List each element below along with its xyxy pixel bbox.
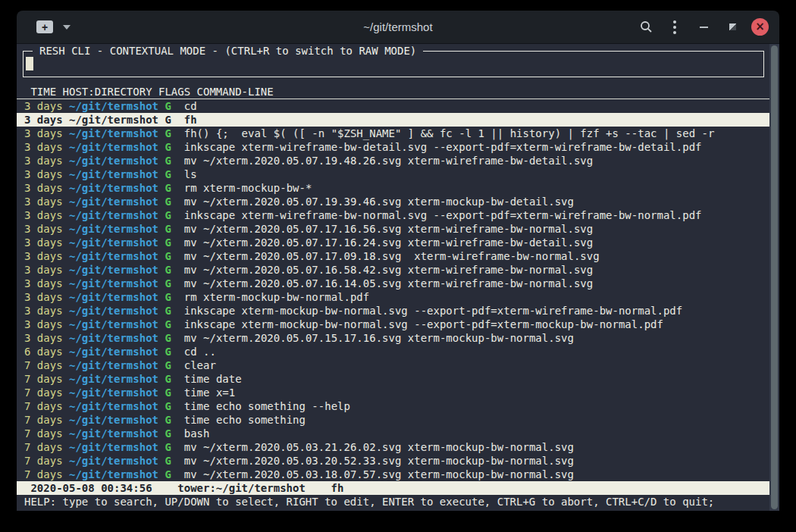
terminal-window: + ~/git/termshot bbox=[17, 11, 779, 511]
history-row[interactable]: 3 days ~/git/termshot G mv ~/xterm.2020.… bbox=[17, 154, 769, 167]
scrollbar[interactable] bbox=[769, 44, 779, 511]
history-row[interactable]: 7 days ~/git/termshot G bash bbox=[17, 427, 769, 440]
restore-icon bbox=[729, 23, 736, 30]
history-row[interactable]: 3 days ~/git/termshot G mv ~/xterm.2020.… bbox=[17, 277, 769, 290]
column-header: TIME HOST:DIRECTORY FLAGS COMMAND-LINE bbox=[17, 85, 769, 99]
kebab-menu-icon bbox=[673, 20, 676, 34]
minimize-button[interactable] bbox=[694, 17, 713, 37]
history-row[interactable]: 7 days ~/git/termshot G time date bbox=[17, 372, 769, 386]
history-row[interactable]: 3 days ~/git/termshot G inkscape xterm-m… bbox=[17, 304, 769, 318]
history-row[interactable]: 3 days ~/git/termshot G mv ~/xterm.2020.… bbox=[17, 195, 769, 208]
menu-button[interactable] bbox=[665, 17, 685, 37]
history-row[interactable]: 3 days ~/git/termshot G rm xterm-mockup-… bbox=[17, 290, 769, 304]
history-row[interactable]: 6 days ~/git/termshot G cd .. bbox=[17, 345, 769, 358]
history-row[interactable]: 3 days ~/git/termshot G mv ~/xterm.2020.… bbox=[17, 249, 769, 263]
new-tab-button[interactable]: + bbox=[36, 20, 53, 33]
history-row[interactable]: 3 days ~/git/termshot G inkscape xterm-w… bbox=[17, 208, 769, 222]
history-row[interactable]: 7 days ~/git/termshot G mv ~/xterm.2020.… bbox=[17, 468, 769, 481]
minimize-icon bbox=[700, 27, 708, 28]
history-row[interactable]: 3 days ~/git/termshot G rm xterm-mockup-… bbox=[17, 181, 769, 195]
close-button[interactable]: × bbox=[751, 18, 769, 36]
titlebar[interactable]: + ~/git/termshot bbox=[17, 11, 779, 44]
history-row[interactable]: 7 days ~/git/termshot G time echo someth… bbox=[17, 413, 769, 427]
chevron-down-icon[interactable] bbox=[63, 25, 71, 30]
search-icon bbox=[640, 20, 653, 33]
text-cursor bbox=[26, 57, 33, 70]
history-row[interactable]: 7 days ~/git/termshot G mv ~/xterm.2020.… bbox=[17, 454, 769, 468]
terminal-screen[interactable]: RESH CLI - CONTEXTUAL MODE - (CTRL+R to … bbox=[17, 44, 779, 511]
resh-box-title: RESH CLI - CONTEXTUAL MODE - (CTRL+R to … bbox=[33, 44, 423, 58]
new-tab-plus-icon: + bbox=[42, 22, 48, 33]
resh-search-box[interactable]: RESH CLI - CONTEXTUAL MODE - (CTRL+R to … bbox=[23, 51, 764, 77]
history-list: 3 days ~/git/termshot G cd3 days ~/git/t… bbox=[17, 99, 769, 481]
history-row[interactable]: 7 days ~/git/termshot G time echo someth… bbox=[17, 399, 769, 413]
help-bar: HELP: type to search, UP/DOWN to select,… bbox=[17, 495, 769, 509]
history-row[interactable]: 7 days ~/git/termshot G time x=1 bbox=[17, 386, 769, 399]
history-row[interactable]: 3 days ~/git/termshot G ls bbox=[17, 167, 769, 181]
restore-button[interactable] bbox=[722, 17, 742, 37]
close-icon: × bbox=[755, 21, 765, 33]
history-row[interactable]: 3 days ~/git/termshot G cd bbox=[17, 99, 769, 113]
history-row[interactable]: 3 days ~/git/termshot G mv ~/xterm.2020.… bbox=[17, 263, 769, 277]
history-row[interactable]: 3 days ~/git/termshot G inkscape xterm-m… bbox=[17, 318, 769, 331]
history-row[interactable]: 3 days ~/git/termshot G fh bbox=[17, 113, 769, 127]
scrollbar-thumb[interactable] bbox=[771, 45, 778, 509]
history-row[interactable]: 3 days ~/git/termshot G mv ~/xterm.2020.… bbox=[17, 236, 769, 249]
history-row[interactable]: 7 days ~/git/termshot G mv ~/xterm.2020.… bbox=[17, 440, 769, 454]
history-row[interactable]: 3 days ~/git/termshot G inkscape xterm-w… bbox=[17, 140, 769, 154]
history-row[interactable]: 3 days ~/git/termshot G fh() {; eval $( … bbox=[17, 127, 769, 140]
history-row[interactable]: 3 days ~/git/termshot G mv ~/xterm.2020.… bbox=[17, 222, 769, 236]
search-button[interactable] bbox=[636, 17, 656, 37]
status-bar: 2020-05-08 00:34:56 tower:~/git/termshot… bbox=[17, 481, 769, 495]
history-row[interactable]: 7 days ~/git/termshot G clear bbox=[17, 358, 769, 372]
history-row[interactable]: 3 days ~/git/termshot G mv ~/xterm.2020.… bbox=[17, 331, 769, 345]
